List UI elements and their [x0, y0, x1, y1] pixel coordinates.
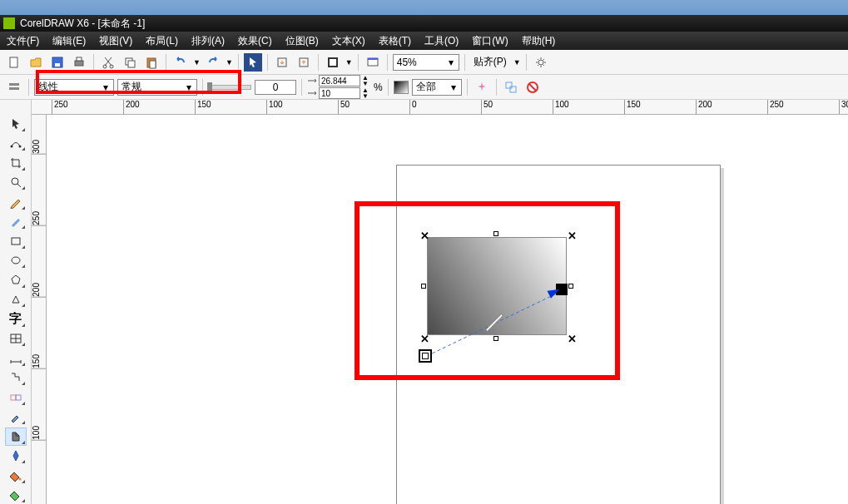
menu-edit[interactable]: 编辑(E) — [52, 34, 86, 48]
interactive-fill-tool[interactable] — [5, 427, 27, 446]
chevron-down-icon: ▾ — [445, 57, 457, 68]
horizontal-ruler[interactable]: 25020015010050050100150200250300 — [32, 100, 848, 115]
ruler-tick: 100 — [553, 100, 569, 114]
sparkle-icon — [475, 81, 488, 94]
ruler-tick: 200 — [696, 100, 712, 114]
export-button[interactable] — [295, 53, 313, 72]
fill-type-dropdown[interactable]: 线性 ▾ — [34, 79, 114, 96]
crop-tool[interactable] — [5, 154, 27, 172]
zoom-icon — [9, 175, 22, 189]
crop-icon — [9, 156, 22, 170]
scope-value: 全部 — [416, 80, 448, 94]
sel-handle-ne[interactable]: ✕ — [568, 230, 577, 242]
table-icon — [9, 332, 22, 345]
sel-handle-nw[interactable]: ✕ — [420, 230, 429, 242]
copy-props-button[interactable] — [502, 78, 520, 96]
undo-dropdown[interactable]: ▼ — [193, 58, 201, 67]
menu-text[interactable]: 文本(X) — [332, 34, 365, 48]
pen-icon — [9, 449, 22, 462]
ruler-tick: 100 — [266, 100, 283, 114]
pick-mode-button[interactable] — [244, 53, 262, 72]
save-icon — [51, 56, 64, 69]
fill-flyout-tool[interactable] — [5, 467, 27, 485]
launcher-dropdown[interactable]: ▼ — [345, 58, 353, 67]
svg-rect-21 — [510, 86, 516, 92]
edge-mode-dropdown[interactable]: 常规 ▾ — [117, 79, 197, 96]
gradient-swatch[interactable] — [394, 81, 409, 94]
vertical-ruler[interactable]: 300250200150100 — [32, 115, 47, 504]
outline-tool[interactable] — [5, 447, 27, 466]
redo-button[interactable] — [204, 53, 222, 72]
new-button[interactable] — [5, 53, 23, 72]
save-button[interactable] — [48, 53, 67, 72]
undo-button[interactable] — [171, 53, 190, 72]
percent-label: % — [374, 82, 383, 93]
menu-file[interactable]: 文件(F) — [7, 34, 39, 48]
presets-button[interactable] — [5, 78, 23, 96]
cut-button[interactable] — [99, 53, 117, 72]
rect-tool[interactable] — [5, 232, 27, 250]
smart-fill-tool[interactable] — [5, 487, 27, 505]
freehand-tool[interactable] — [5, 193, 27, 211]
menu-arrange[interactable]: 排列(A) — [191, 34, 225, 48]
scope-dropdown[interactable]: 全部 ▾ — [412, 79, 462, 96]
clear-button[interactable] — [523, 78, 542, 96]
zoom-tool[interactable] — [5, 174, 27, 192]
svg-rect-20 — [506, 82, 512, 88]
polygon-tool[interactable] — [5, 271, 27, 289]
menu-tools[interactable]: 工具(O) — [424, 34, 459, 48]
pick-tool[interactable] — [5, 115, 27, 133]
ruler-tick: 250 — [32, 210, 46, 226]
angle-input[interactable] — [255, 80, 296, 95]
window-title: CorelDRAW X6 - [未命名 -1] — [20, 17, 145, 31]
sel-handle-e[interactable] — [568, 284, 573, 289]
fill-start-handle[interactable] — [419, 349, 432, 363]
width-input[interactable] — [319, 75, 360, 86]
redo-dropdown[interactable]: ▼ — [226, 58, 233, 67]
table-tool[interactable] — [5, 330, 27, 348]
dimension-tool[interactable] — [5, 349, 27, 368]
svg-rect-26 — [12, 238, 20, 245]
paste-button[interactable] — [142, 53, 161, 72]
smart-icon — [9, 215, 22, 228]
menu-table[interactable]: 表格(T) — [379, 34, 411, 48]
height-input[interactable] — [319, 87, 360, 99]
dimension-icon — [9, 352, 22, 365]
menu-help[interactable]: 帮助(H) — [522, 34, 556, 48]
import-button[interactable] — [273, 53, 291, 72]
menu-effects[interactable]: 效果(C) — [238, 34, 272, 48]
app-launcher-button[interactable] — [324, 53, 342, 72]
ellipse-tool[interactable] — [5, 252, 27, 270]
smart-draw-tool[interactable] — [5, 213, 27, 231]
spinner-icon[interactable]: ▲▼ — [362, 75, 369, 86]
zoom-value: 45% — [397, 57, 445, 68]
text-tool[interactable]: 字 — [5, 310, 27, 329]
menu-window[interactable]: 窗口(W) — [472, 34, 508, 48]
svg-point-25 — [12, 178, 18, 185]
snap-label[interactable]: 贴齐(P) — [470, 55, 510, 69]
print-button[interactable] — [70, 53, 88, 72]
shapes-tool[interactable] — [5, 291, 27, 309]
sel-handle-n[interactable] — [493, 231, 498, 236]
sel-handle-se[interactable]: ✕ — [568, 333, 577, 345]
snap-dropdown[interactable]: ▼ — [513, 58, 521, 67]
interactive-tool[interactable] — [5, 388, 27, 407]
copy-button[interactable] — [121, 53, 139, 72]
polygon-icon — [9, 274, 22, 287]
menu-view[interactable]: 视图(V) — [99, 34, 132, 48]
welcome-button[interactable] — [364, 53, 382, 72]
shape-tool[interactable] — [5, 135, 27, 153]
options-button[interactable] — [532, 53, 550, 72]
menu-layout[interactable]: 布局(L) — [146, 34, 178, 48]
effect-button[interactable] — [473, 78, 491, 96]
fill-vector[interactable] — [424, 288, 567, 359]
open-button[interactable] — [27, 53, 45, 72]
zoom-dropdown[interactable]: 45% ▾ — [393, 54, 459, 71]
width-icon — [307, 77, 317, 85]
menu-bitmap[interactable]: 位图(B) — [285, 34, 319, 48]
angle-slider[interactable] — [208, 85, 251, 90]
spinner-icon[interactable]: ▲▼ — [362, 87, 369, 99]
connector-tool[interactable] — [5, 369, 27, 388]
eyedropper-tool[interactable] — [5, 408, 27, 427]
ruler-tick: 300 — [32, 138, 46, 155]
